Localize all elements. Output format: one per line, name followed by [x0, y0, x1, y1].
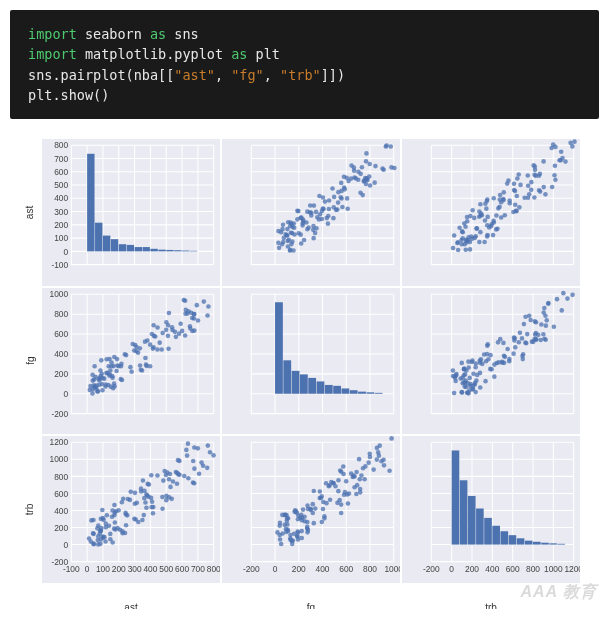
svg-point-211	[553, 177, 558, 182]
svg-point-399	[129, 369, 134, 374]
svg-point-769	[169, 497, 174, 502]
svg-point-136	[311, 228, 316, 233]
svg-text:400: 400	[54, 506, 68, 516]
svg-point-941	[310, 502, 315, 507]
svg-point-225	[537, 188, 542, 193]
svg-rect-983	[525, 541, 533, 545]
svg-text:700: 700	[191, 564, 205, 574]
svg-text:100: 100	[54, 233, 68, 243]
svg-point-269	[507, 198, 512, 203]
svg-point-552	[552, 324, 557, 329]
svg-point-294	[480, 213, 485, 218]
svg-point-262	[470, 208, 475, 213]
svg-rect-41	[174, 250, 181, 251]
svg-point-320	[465, 219, 470, 224]
svg-point-147	[327, 198, 332, 203]
svg-text:600: 600	[506, 564, 520, 574]
ylabel-fg: fg	[20, 288, 40, 435]
svg-point-456	[112, 381, 117, 386]
svg-rect-976	[468, 496, 476, 545]
svg-point-546	[517, 340, 522, 345]
svg-point-891	[293, 508, 298, 513]
svg-point-637	[460, 375, 465, 380]
svg-point-180	[276, 241, 281, 246]
svg-point-949	[305, 520, 310, 525]
svg-point-220	[482, 240, 487, 245]
svg-point-254	[468, 214, 473, 219]
svg-point-530	[522, 321, 527, 326]
svg-rect-986	[549, 543, 557, 544]
svg-point-752	[141, 478, 146, 483]
keyword: import	[28, 26, 77, 42]
svg-point-423	[100, 388, 105, 393]
svg-point-425	[130, 341, 135, 346]
svg-rect-490	[283, 360, 291, 393]
svg-point-944	[321, 507, 326, 512]
svg-point-875	[371, 467, 376, 472]
svg-point-319	[515, 176, 520, 181]
svg-point-545	[496, 340, 501, 345]
svg-point-527	[542, 305, 547, 310]
svg-point-876	[366, 460, 371, 465]
svg-point-265	[494, 213, 499, 218]
svg-point-632	[523, 340, 528, 345]
svg-point-616	[555, 296, 560, 301]
svg-text:800: 800	[526, 564, 540, 574]
cell-trb-ast: -200020040060080010001200-10001002003004…	[42, 436, 220, 583]
svg-point-800	[192, 481, 197, 486]
svg-rect-979	[492, 526, 500, 545]
svg-text:1200: 1200	[564, 564, 580, 574]
svg-point-474	[103, 382, 108, 387]
xlabel-fg: fg	[222, 585, 400, 609]
svg-point-826	[341, 464, 346, 469]
svg-point-599	[520, 336, 525, 341]
svg-point-323	[460, 230, 465, 235]
svg-point-471	[100, 375, 105, 380]
svg-point-533	[513, 345, 518, 350]
svg-point-743	[103, 539, 108, 544]
svg-point-148	[305, 227, 310, 232]
svg-point-472	[109, 360, 114, 365]
svg-point-940	[283, 527, 288, 532]
svg-point-303	[532, 195, 537, 200]
svg-point-727	[116, 508, 121, 513]
svg-point-615	[559, 308, 564, 313]
svg-point-411	[128, 364, 133, 369]
svg-point-684	[151, 511, 156, 516]
svg-rect-32	[103, 236, 110, 252]
svg-point-799	[144, 492, 149, 497]
svg-point-736	[206, 443, 211, 448]
svg-point-759	[125, 497, 130, 502]
svg-point-699	[171, 479, 176, 484]
cell-fg-fg	[222, 288, 400, 435]
svg-point-171	[288, 248, 293, 253]
svg-point-302	[551, 142, 556, 147]
svg-point-708	[160, 495, 165, 500]
cell-fg-trb	[402, 288, 580, 435]
svg-point-720	[124, 523, 129, 528]
svg-point-591	[473, 380, 478, 385]
svg-point-168	[314, 210, 319, 215]
svg-point-633	[473, 364, 478, 369]
svg-point-154	[344, 175, 349, 180]
svg-point-438	[202, 299, 207, 304]
svg-point-798	[112, 511, 117, 516]
svg-point-156	[349, 163, 354, 168]
svg-point-751	[108, 532, 113, 537]
svg-point-854	[301, 507, 306, 512]
svg-text:0: 0	[64, 540, 69, 550]
svg-point-322	[563, 159, 568, 164]
svg-point-403	[104, 357, 109, 362]
svg-point-776	[139, 486, 144, 491]
svg-text:200: 200	[112, 564, 126, 574]
svg-point-110	[276, 229, 281, 234]
svg-point-440	[145, 338, 150, 343]
svg-point-412	[166, 333, 171, 338]
svg-point-354	[151, 323, 156, 328]
svg-point-467	[164, 319, 169, 324]
svg-point-277	[498, 193, 503, 198]
svg-point-231	[526, 183, 531, 188]
svg-point-629	[465, 390, 470, 395]
svg-point-78	[321, 195, 326, 200]
svg-point-240	[529, 188, 534, 193]
